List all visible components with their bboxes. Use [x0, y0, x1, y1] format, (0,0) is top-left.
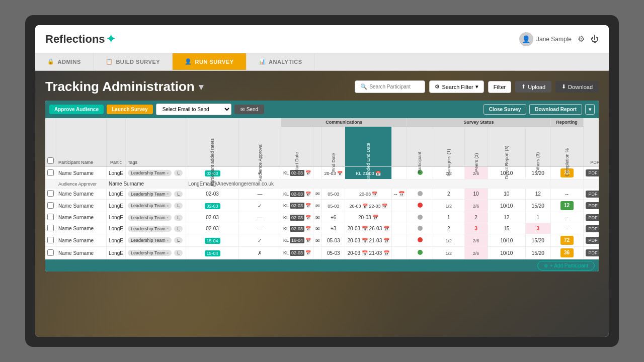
nav-admins[interactable]: 🔒 ADMINS [35, 53, 94, 70]
download-report-label: Download Report [535, 107, 577, 112]
pdf-cell: PDF ▾ [583, 200, 599, 212]
pdf-button[interactable]: PDF ▾ [586, 191, 599, 198]
download-button[interactable]: ⬇ Download [555, 81, 599, 93]
comm-extra-cell [391, 212, 407, 223]
tags-cell: Leadership Team × L [125, 223, 186, 234]
pdf-button[interactable]: PDF ▾ [586, 225, 599, 232]
participant-status-cell [407, 200, 433, 212]
email-select[interactable]: Select Email to Send [156, 104, 231, 115]
row-checkbox-cell[interactable] [45, 167, 56, 179]
send-button[interactable]: ✉ Send [234, 105, 264, 114]
date1-cell: 02-03 [186, 223, 239, 234]
expanded-pdf [550, 179, 583, 189]
pdf-button[interactable]: PDF ▾ [586, 249, 599, 256]
communications-section-header: Communications [281, 118, 407, 127]
email-sent-cell [313, 167, 321, 179]
close-survey-button[interactable]: Close Survey [484, 104, 526, 115]
pdf-button[interactable]: PDF ▾ [586, 237, 599, 244]
start-date-cell: KL 02-03 📅 [281, 247, 313, 259]
pdf-cell: PDF ▾ [583, 189, 599, 200]
extended-date-cell: 20-03 📅 22-03 📅 [345, 200, 392, 212]
extended-date-cell: 20-03 📅 [345, 212, 392, 223]
start-date-cell: KL 02-03 📅 [281, 189, 313, 200]
approved-cell: — [238, 212, 281, 223]
end-date-cell: 05-03 [321, 189, 345, 200]
nav-build-survey[interactable]: 📋 BUILD SURVEY [94, 53, 173, 70]
pdf-button[interactable]: PDF ▾ [586, 202, 599, 209]
expanded-approver-name: Name Surname [107, 179, 186, 189]
start-date-cell: KL 16-04 📅 [281, 234, 313, 247]
others-cell: 1 [526, 212, 551, 223]
participant-name-cell: Name Surname [56, 234, 107, 247]
approve-audience-label: Approve Audience [54, 107, 99, 112]
tag-pill: L [174, 237, 183, 243]
search-input[interactable] [369, 84, 420, 89]
tags-cell: Leadership Team × L [125, 200, 186, 212]
row-checkbox[interactable] [47, 190, 54, 197]
tags-header: Tags [125, 118, 186, 167]
search-box[interactable]: 🔍 [355, 80, 425, 93]
participant-name-header: Participant Name [56, 118, 107, 167]
tag-pill: Leadership Team × [128, 250, 172, 256]
email-sent-cell: ✉ [313, 200, 321, 212]
date1-cell: 15-04 [186, 247, 239, 259]
participant-type-cell: LongE [107, 212, 126, 223]
user-name: Jane Sample [536, 36, 572, 43]
page-title: Tracking Administration ▾ [45, 79, 203, 95]
comm-extra-cell [391, 247, 407, 259]
row-checkbox[interactable] [47, 249, 54, 256]
pdf-cell: PDF ▾ [583, 167, 599, 179]
upload-label: Upload [528, 84, 545, 90]
send-label: Send [247, 107, 258, 112]
nav-build-survey-label: BUILD SURVEY [116, 59, 160, 65]
row-checkbox[interactable] [47, 225, 54, 231]
tag-pill: Leadership Team × [128, 237, 172, 243]
approve-audience-button[interactable]: Approve Audience [49, 105, 104, 114]
title-dropdown-arrow[interactable]: ▾ [199, 81, 203, 93]
date1-cell: 15-04 [186, 234, 239, 247]
settings-icon[interactable]: ⚙ [578, 34, 585, 44]
select-all-checkbox[interactable] [47, 157, 54, 164]
completion-cell: -- [550, 212, 583, 223]
download-report-dropdown[interactable]: ▾ [585, 104, 595, 115]
row-checkbox[interactable] [47, 169, 54, 176]
comm-extra-cell [391, 234, 407, 247]
email-sent-cell: ✉ [313, 234, 321, 247]
end-date-cell: +6 [321, 212, 345, 223]
logo-leaf-icon: ✦ [106, 33, 115, 46]
completion-header: Completion % [550, 127, 583, 167]
table-row: Name Surname LongE Leadership Team × L 0… [45, 200, 599, 212]
approved-cell: — [238, 189, 281, 200]
search-filter-button[interactable]: ⚙ Search Filter ▾ [429, 80, 484, 93]
end-date-header: End Date [321, 127, 345, 167]
extended-date-cell: 20-03 📅 26-03 📅 [345, 223, 392, 234]
add-participant-button[interactable]: ⊕ + Add Participant [537, 261, 595, 270]
added-raters-header: Participant added raters [186, 118, 239, 167]
tag-pill: L [174, 203, 183, 209]
launch-survey-button[interactable]: Launch Survey [107, 105, 153, 114]
add-icon: ⊕ [544, 263, 548, 268]
person-icon: 👤 [185, 58, 192, 65]
row-checkbox[interactable] [47, 237, 54, 243]
direct-cell: 12 [488, 212, 526, 223]
participant-name-cell: Name Surname [56, 200, 107, 212]
row-checkbox[interactable] [47, 214, 54, 220]
pdf-button[interactable]: PDF ▾ [586, 169, 599, 176]
nav-analytics[interactable]: 📊 ANALYTICS [247, 53, 315, 70]
participant-type-cell: LongE [107, 247, 126, 259]
filter-button[interactable]: Filter [488, 81, 511, 93]
row-checkbox[interactable] [47, 202, 54, 209]
download-report-button[interactable]: Download Report [529, 104, 582, 115]
tag-pill: L [174, 215, 183, 221]
app-name: Reflections [45, 33, 105, 46]
upload-button[interactable]: ⬆ Upload [515, 81, 551, 93]
tag-pill: L [174, 170, 183, 176]
comm-extra-cell [391, 167, 407, 179]
nav-run-survey[interactable]: 👤 RUN SURVEY [173, 53, 246, 70]
date1-cell: 02-03 [186, 200, 239, 212]
power-icon[interactable]: ⏻ [591, 35, 599, 44]
pdf-button[interactable]: PDF ▾ [586, 214, 599, 221]
expanded-checkbox [45, 179, 56, 189]
expanded-label: Audience Approver [56, 179, 107, 189]
peers-header: Peers (3) [464, 127, 488, 167]
